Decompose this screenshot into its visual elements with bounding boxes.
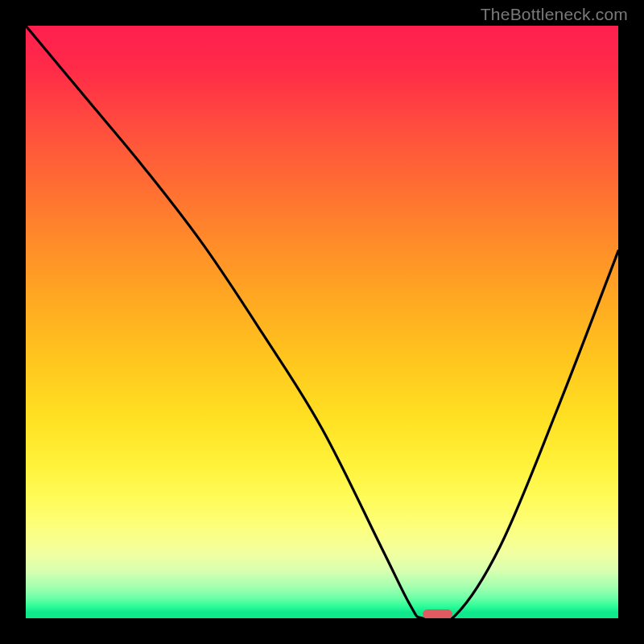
svg-rect-0 [423,609,452,618]
bottleneck-curve [26,26,618,618]
optimal-pill-marker [423,609,452,618]
chart-frame: TheBottleneck.com [0,0,644,644]
watermark-text: TheBottleneck.com [481,5,628,24]
curve-layer [26,26,618,618]
plot-area [26,26,618,618]
